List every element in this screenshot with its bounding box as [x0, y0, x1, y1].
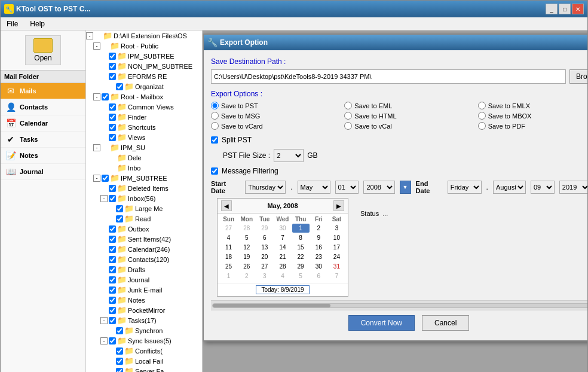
tree-checkbox[interactable]	[102, 93, 109, 100]
tree-node[interactable]: 📁Server Fa	[86, 366, 202, 372]
tree-node[interactable]: 📁Inbo	[86, 163, 202, 173]
tree-checkbox[interactable]	[109, 114, 116, 121]
calendar-day[interactable]: 25	[220, 262, 237, 271]
start-month-select[interactable]: MayJanuaryFebruary	[298, 181, 330, 194]
tree-checkbox[interactable]	[109, 134, 116, 141]
tree-checkbox[interactable]	[109, 297, 116, 304]
tree-checkbox[interactable]	[109, 317, 116, 324]
tree-node[interactable]: 📁Sent Items(42)	[86, 234, 202, 244]
tree-node[interactable]: 📁Synchron	[86, 325, 202, 336]
calendar-day[interactable]: 29	[292, 262, 310, 271]
message-filtering-checkbox[interactable]	[211, 167, 218, 175]
open-button[interactable]: Open	[25, 35, 61, 65]
tree-checkbox[interactable]	[109, 73, 116, 80]
calendar-day[interactable]: 22	[292, 252, 310, 261]
radio-mbox[interactable]	[478, 112, 486, 120]
calendar-day[interactable]: 18	[220, 252, 237, 261]
tree-checkbox[interactable]	[109, 307, 116, 314]
convert-now-button[interactable]: Convert Now	[348, 315, 415, 331]
tree-node[interactable]: 📁Organizat	[86, 81, 202, 92]
calendar-day[interactable]: 6	[310, 272, 327, 280]
sidebar-item-journal[interactable]: 📖 Journal	[1, 164, 85, 180]
tree-checkbox[interactable]	[116, 327, 123, 334]
radio-html[interactable]	[344, 112, 352, 120]
tree-checkbox[interactable]	[116, 347, 123, 355]
calendar-day[interactable]: 13	[256, 243, 273, 252]
tree-node[interactable]: 📁Large Me	[86, 203, 202, 214]
expand-btn[interactable]: -	[100, 195, 108, 202]
cancel-button[interactable]: Cancel	[422, 315, 469, 331]
start-day-select[interactable]: 01	[335, 181, 359, 194]
tree-checkbox[interactable]	[109, 124, 116, 131]
expand-btn[interactable]: -	[86, 32, 93, 39]
sidebar-item-notes[interactable]: 📝 Notes	[1, 148, 85, 164]
calendar-day[interactable]: 26	[238, 262, 255, 271]
sidebar-item-mails[interactable]: ✉ Mails	[1, 83, 85, 99]
tree-checkbox[interactable]	[109, 256, 116, 263]
tree-checkbox[interactable]	[109, 185, 116, 192]
menu-file[interactable]: File	[3, 19, 22, 29]
calendar-day[interactable]: 4	[220, 233, 237, 242]
radio-pst[interactable]	[211, 102, 219, 109]
calendar-day[interactable]: 7	[274, 233, 291, 242]
tree-checkbox[interactable]	[116, 358, 123, 365]
tree-checkbox[interactable]	[109, 246, 116, 253]
radio-vcard[interactable]	[211, 122, 219, 130]
radio-pdf[interactable]	[478, 122, 486, 130]
start-year-select[interactable]: 2008	[363, 181, 394, 194]
calendar-day[interactable]: 20	[256, 252, 273, 261]
calendar-day[interactable]: 24	[328, 252, 345, 261]
tree-node[interactable]: -📁IPM_SUBTREE	[86, 173, 202, 183]
tree-node[interactable]: 📁Drafts	[86, 264, 202, 275]
calendar-day[interactable]: 5	[292, 272, 310, 280]
radio-eml[interactable]	[344, 102, 352, 109]
tree-checkbox[interactable]	[109, 53, 116, 60]
calendar-prev-button[interactable]: ◀	[221, 200, 232, 211]
tree-node[interactable]: 📁Contacts(120)	[86, 254, 202, 264]
calendar-day[interactable]: 15	[292, 243, 310, 252]
tree-node[interactable]: 📁Shortcuts	[86, 122, 202, 132]
tree-node[interactable]: -📁D:\All Extension Files\OS	[86, 31, 202, 41]
sidebar-item-tasks[interactable]: ✔ Tasks	[1, 132, 85, 148]
tree-checkbox[interactable]	[109, 236, 116, 243]
tree-node[interactable]: -📁Root - Mailbox	[86, 92, 202, 102]
tree-checkbox[interactable]	[109, 276, 116, 283]
tree-node[interactable]: -📁Sync Issues(5)	[86, 336, 202, 346]
tree-node[interactable]: 📁Local Fail	[86, 356, 202, 366]
tree-checkbox[interactable]	[109, 337, 116, 344]
sidebar-item-calendar[interactable]: 📅 Calendar	[1, 115, 85, 132]
calendar-day[interactable]: 31	[328, 262, 345, 271]
calendar-day[interactable]: 4	[274, 272, 291, 280]
calendar-day[interactable]: 29	[256, 224, 273, 233]
end-day-select[interactable]: 09	[531, 181, 555, 194]
expand-btn[interactable]: -	[93, 42, 100, 50]
calendar-next-button[interactable]: ▶	[333, 200, 344, 211]
tree-node[interactable]: 📁Read	[86, 214, 202, 224]
tree-node[interactable]: 📁Junk E-mail	[86, 285, 202, 295]
tree-node[interactable]: -📁Inbox(56)	[86, 193, 202, 203]
tree-node[interactable]: 📁PocketMirror	[86, 305, 202, 315]
calendar-day[interactable]: 27	[220, 224, 237, 233]
calendar-day[interactable]: 12	[238, 243, 255, 252]
tree-checkbox[interactable]	[109, 103, 116, 111]
tree-node[interactable]: -📁Root - Public	[86, 41, 202, 51]
expand-btn[interactable]: -	[93, 93, 100, 100]
start-date-calendar-button[interactable]: ▼	[400, 181, 411, 194]
tree-checkbox[interactable]	[109, 286, 116, 294]
calendar-day[interactable]: 10	[328, 233, 345, 242]
tree-node[interactable]: -📁Tasks(17)	[86, 315, 202, 325]
tree-node[interactable]: 📁Views	[86, 132, 202, 142]
calendar-day[interactable]: 7	[328, 272, 345, 280]
tree-node[interactable]: -📁IPM_SU	[86, 142, 202, 153]
sidebar-item-contacts[interactable]: 👤 Contacts	[1, 99, 85, 115]
tree-node[interactable]: 📁NON_IPM_SUBTREE	[86, 61, 202, 71]
tree-node[interactable]: 📁Dele	[86, 153, 202, 163]
start-day-name-select[interactable]: ThursdayMondayTuesday	[245, 181, 286, 194]
tree-checkbox[interactable]	[109, 225, 116, 233]
calendar-day[interactable]: 17	[328, 243, 345, 252]
path-input[interactable]	[211, 69, 566, 84]
calendar-day[interactable]: 16	[310, 243, 327, 252]
calendar-day[interactable]: 27	[256, 262, 273, 271]
calendar-day[interactable]: 30	[310, 262, 327, 271]
tree-checkbox[interactable]	[109, 266, 116, 273]
